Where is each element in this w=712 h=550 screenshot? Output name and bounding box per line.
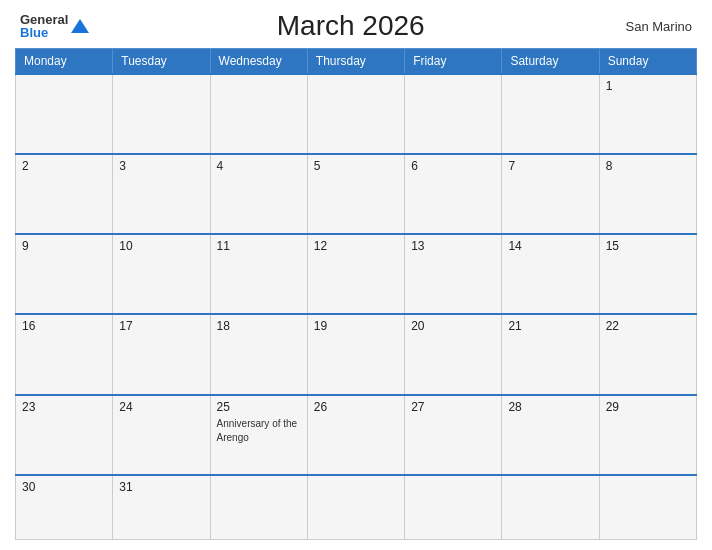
day-number: 10 — [119, 239, 203, 253]
day-number: 11 — [217, 239, 301, 253]
day-number: 2 — [22, 159, 106, 173]
calendar-cell: 24 — [113, 395, 210, 475]
calendar-week-6: 3031 — [16, 475, 697, 540]
calendar-cell — [210, 475, 307, 540]
calendar-cell — [307, 475, 404, 540]
day-number: 1 — [606, 79, 690, 93]
calendar-cell — [502, 74, 599, 154]
day-number: 12 — [314, 239, 398, 253]
day-number: 23 — [22, 400, 106, 414]
calendar-week-5: 232425Anniversary of the Arengo26272829 — [16, 395, 697, 475]
calendar-cell: 18 — [210, 314, 307, 394]
calendar-week-4: 16171819202122 — [16, 314, 697, 394]
calendar-cell: 17 — [113, 314, 210, 394]
day-number: 26 — [314, 400, 398, 414]
calendar-cell: 31 — [113, 475, 210, 540]
logo-blue-text: Blue — [20, 26, 68, 39]
day-number: 25 — [217, 400, 301, 414]
calendar-cell: 14 — [502, 234, 599, 314]
day-number: 22 — [606, 319, 690, 333]
calendar-cell: 1 — [599, 74, 696, 154]
calendar-cell: 22 — [599, 314, 696, 394]
calendar-header: General Blue March 2026 San Marino — [15, 10, 697, 42]
calendar-cell — [405, 475, 502, 540]
calendar-cell: 19 — [307, 314, 404, 394]
calendar-cell: 23 — [16, 395, 113, 475]
weekday-header-tuesday: Tuesday — [113, 49, 210, 75]
day-number: 19 — [314, 319, 398, 333]
weekday-header-sunday: Sunday — [599, 49, 696, 75]
calendar-cell: 5 — [307, 154, 404, 234]
calendar-cell: 9 — [16, 234, 113, 314]
calendar-cell — [502, 475, 599, 540]
day-number: 20 — [411, 319, 495, 333]
calendar-cell: 28 — [502, 395, 599, 475]
day-number: 9 — [22, 239, 106, 253]
page-title: March 2026 — [89, 10, 612, 42]
calendar-cell: 27 — [405, 395, 502, 475]
calendar-cell: 12 — [307, 234, 404, 314]
country-label: San Marino — [612, 19, 692, 34]
day-number: 6 — [411, 159, 495, 173]
logo: General Blue — [20, 13, 89, 39]
calendar-cell: 11 — [210, 234, 307, 314]
weekday-header-monday: Monday — [16, 49, 113, 75]
day-number: 7 — [508, 159, 592, 173]
calendar-cell: 21 — [502, 314, 599, 394]
day-number: 18 — [217, 319, 301, 333]
day-number: 5 — [314, 159, 398, 173]
calendar-cell — [113, 74, 210, 154]
day-number: 27 — [411, 400, 495, 414]
calendar-cell: 6 — [405, 154, 502, 234]
day-number: 4 — [217, 159, 301, 173]
calendar-cell — [210, 74, 307, 154]
day-number: 17 — [119, 319, 203, 333]
calendar-cell: 26 — [307, 395, 404, 475]
day-number: 15 — [606, 239, 690, 253]
calendar-cell: 7 — [502, 154, 599, 234]
day-number: 31 — [119, 480, 203, 494]
calendar-header-row: MondayTuesdayWednesdayThursdayFridaySatu… — [16, 49, 697, 75]
weekday-header-saturday: Saturday — [502, 49, 599, 75]
logo-icon — [71, 17, 89, 35]
calendar-week-1: 1 — [16, 74, 697, 154]
day-number: 16 — [22, 319, 106, 333]
calendar-cell: 29 — [599, 395, 696, 475]
day-number: 29 — [606, 400, 690, 414]
weekday-header-thursday: Thursday — [307, 49, 404, 75]
calendar-week-3: 9101112131415 — [16, 234, 697, 314]
calendar-cell: 2 — [16, 154, 113, 234]
event-label: Anniversary of the Arengo — [217, 418, 298, 443]
calendar-cell: 16 — [16, 314, 113, 394]
day-number: 28 — [508, 400, 592, 414]
calendar-cell: 13 — [405, 234, 502, 314]
calendar-cell: 10 — [113, 234, 210, 314]
day-number: 21 — [508, 319, 592, 333]
day-number: 14 — [508, 239, 592, 253]
day-number: 30 — [22, 480, 106, 494]
calendar-cell: 4 — [210, 154, 307, 234]
calendar-cell: 15 — [599, 234, 696, 314]
calendar-cell: 20 — [405, 314, 502, 394]
calendar-cell — [599, 475, 696, 540]
calendar-cell: 30 — [16, 475, 113, 540]
calendar-cell: 3 — [113, 154, 210, 234]
calendar-cell — [307, 74, 404, 154]
calendar-table: MondayTuesdayWednesdayThursdayFridaySatu… — [15, 48, 697, 540]
day-number: 3 — [119, 159, 203, 173]
weekday-header-friday: Friday — [405, 49, 502, 75]
calendar-cell: 8 — [599, 154, 696, 234]
calendar-cell — [16, 74, 113, 154]
calendar-cell: 25Anniversary of the Arengo — [210, 395, 307, 475]
day-number: 8 — [606, 159, 690, 173]
weekday-header-wednesday: Wednesday — [210, 49, 307, 75]
calendar-week-2: 2345678 — [16, 154, 697, 234]
day-number: 24 — [119, 400, 203, 414]
calendar-cell — [405, 74, 502, 154]
day-number: 13 — [411, 239, 495, 253]
svg-marker-0 — [71, 19, 89, 33]
calendar-body: 1234567891011121314151617181920212223242… — [16, 74, 697, 540]
